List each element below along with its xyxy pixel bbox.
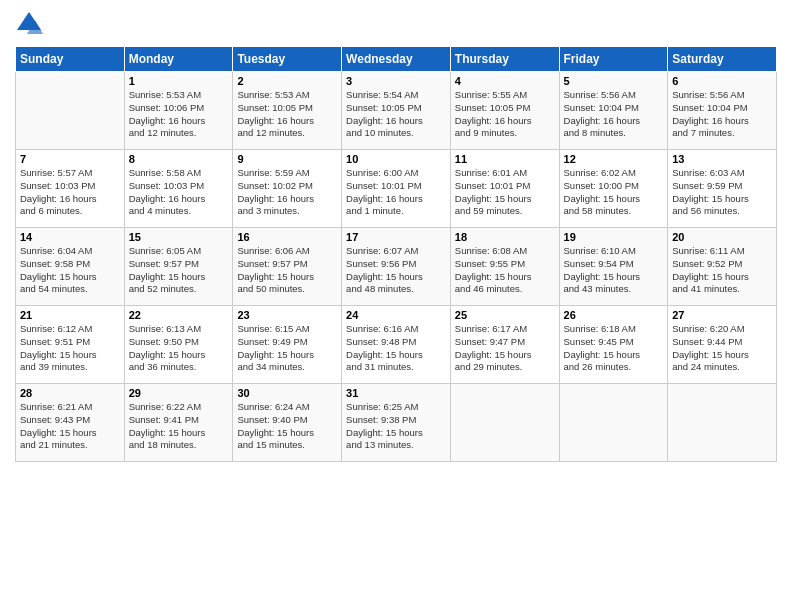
day-number: 23 [237, 309, 337, 321]
day-number: 9 [237, 153, 337, 165]
calendar-cell: 9Sunrise: 5:59 AM Sunset: 10:02 PM Dayli… [233, 150, 342, 228]
day-number: 24 [346, 309, 446, 321]
calendar-cell: 16Sunrise: 6:06 AM Sunset: 9:57 PM Dayli… [233, 228, 342, 306]
day-number: 20 [672, 231, 772, 243]
day-info: Sunrise: 6:02 AM Sunset: 10:00 PM Daylig… [564, 167, 664, 218]
calendar-header-row: SundayMondayTuesdayWednesdayThursdayFrid… [16, 47, 777, 72]
day-number: 25 [455, 309, 555, 321]
day-number: 18 [455, 231, 555, 243]
calendar-cell: 26Sunrise: 6:18 AM Sunset: 9:45 PM Dayli… [559, 306, 668, 384]
day-number: 21 [20, 309, 120, 321]
calendar-cell: 18Sunrise: 6:08 AM Sunset: 9:55 PM Dayli… [450, 228, 559, 306]
calendar-cell: 31Sunrise: 6:25 AM Sunset: 9:38 PM Dayli… [342, 384, 451, 462]
calendar-cell: 30Sunrise: 6:24 AM Sunset: 9:40 PM Dayli… [233, 384, 342, 462]
day-number: 3 [346, 75, 446, 87]
day-info: Sunrise: 6:18 AM Sunset: 9:45 PM Dayligh… [564, 323, 664, 374]
calendar-cell: 6Sunrise: 5:56 AM Sunset: 10:04 PM Dayli… [668, 72, 777, 150]
weekday-header: Thursday [450, 47, 559, 72]
weekday-header: Sunday [16, 47, 125, 72]
day-number: 14 [20, 231, 120, 243]
day-info: Sunrise: 5:56 AM Sunset: 10:04 PM Daylig… [564, 89, 664, 140]
day-number: 28 [20, 387, 120, 399]
calendar-cell: 8Sunrise: 5:58 AM Sunset: 10:03 PM Dayli… [124, 150, 233, 228]
day-info: Sunrise: 6:07 AM Sunset: 9:56 PM Dayligh… [346, 245, 446, 296]
calendar-cell: 5Sunrise: 5:56 AM Sunset: 10:04 PM Dayli… [559, 72, 668, 150]
calendar-cell: 4Sunrise: 5:55 AM Sunset: 10:05 PM Dayli… [450, 72, 559, 150]
day-number: 1 [129, 75, 229, 87]
day-number: 26 [564, 309, 664, 321]
logo [15, 10, 45, 38]
day-info: Sunrise: 6:05 AM Sunset: 9:57 PM Dayligh… [129, 245, 229, 296]
calendar-cell: 10Sunrise: 6:00 AM Sunset: 10:01 PM Dayl… [342, 150, 451, 228]
day-info: Sunrise: 6:01 AM Sunset: 10:01 PM Daylig… [455, 167, 555, 218]
calendar-cell [668, 384, 777, 462]
calendar-cell: 3Sunrise: 5:54 AM Sunset: 10:05 PM Dayli… [342, 72, 451, 150]
logo-icon [15, 10, 43, 38]
day-info: Sunrise: 6:08 AM Sunset: 9:55 PM Dayligh… [455, 245, 555, 296]
day-number: 4 [455, 75, 555, 87]
day-number: 12 [564, 153, 664, 165]
calendar-cell [16, 72, 125, 150]
day-info: Sunrise: 6:13 AM Sunset: 9:50 PM Dayligh… [129, 323, 229, 374]
weekday-header: Tuesday [233, 47, 342, 72]
day-info: Sunrise: 5:53 AM Sunset: 10:05 PM Daylig… [237, 89, 337, 140]
calendar-cell: 11Sunrise: 6:01 AM Sunset: 10:01 PM Dayl… [450, 150, 559, 228]
calendar-cell: 24Sunrise: 6:16 AM Sunset: 9:48 PM Dayli… [342, 306, 451, 384]
day-number: 7 [20, 153, 120, 165]
calendar-cell: 15Sunrise: 6:05 AM Sunset: 9:57 PM Dayli… [124, 228, 233, 306]
calendar-week-row: 7Sunrise: 5:57 AM Sunset: 10:03 PM Dayli… [16, 150, 777, 228]
day-info: Sunrise: 6:10 AM Sunset: 9:54 PM Dayligh… [564, 245, 664, 296]
calendar-table: SundayMondayTuesdayWednesdayThursdayFrid… [15, 46, 777, 462]
weekday-header: Wednesday [342, 47, 451, 72]
day-info: Sunrise: 6:24 AM Sunset: 9:40 PM Dayligh… [237, 401, 337, 452]
day-number: 27 [672, 309, 772, 321]
calendar-cell: 22Sunrise: 6:13 AM Sunset: 9:50 PM Dayli… [124, 306, 233, 384]
day-info: Sunrise: 6:20 AM Sunset: 9:44 PM Dayligh… [672, 323, 772, 374]
weekday-header: Monday [124, 47, 233, 72]
day-info: Sunrise: 5:58 AM Sunset: 10:03 PM Daylig… [129, 167, 229, 218]
day-info: Sunrise: 6:11 AM Sunset: 9:52 PM Dayligh… [672, 245, 772, 296]
day-info: Sunrise: 5:54 AM Sunset: 10:05 PM Daylig… [346, 89, 446, 140]
day-number: 16 [237, 231, 337, 243]
day-number: 19 [564, 231, 664, 243]
page-container: SundayMondayTuesdayWednesdayThursdayFrid… [0, 0, 792, 472]
day-info: Sunrise: 6:12 AM Sunset: 9:51 PM Dayligh… [20, 323, 120, 374]
calendar-week-row: 28Sunrise: 6:21 AM Sunset: 9:43 PM Dayli… [16, 384, 777, 462]
calendar-cell [450, 384, 559, 462]
day-info: Sunrise: 6:17 AM Sunset: 9:47 PM Dayligh… [455, 323, 555, 374]
day-number: 6 [672, 75, 772, 87]
day-number: 13 [672, 153, 772, 165]
day-number: 17 [346, 231, 446, 243]
day-number: 30 [237, 387, 337, 399]
day-info: Sunrise: 5:55 AM Sunset: 10:05 PM Daylig… [455, 89, 555, 140]
day-number: 5 [564, 75, 664, 87]
day-number: 29 [129, 387, 229, 399]
calendar-cell: 21Sunrise: 6:12 AM Sunset: 9:51 PM Dayli… [16, 306, 125, 384]
day-info: Sunrise: 5:53 AM Sunset: 10:06 PM Daylig… [129, 89, 229, 140]
weekday-header: Saturday [668, 47, 777, 72]
calendar-cell: 13Sunrise: 6:03 AM Sunset: 9:59 PM Dayli… [668, 150, 777, 228]
day-info: Sunrise: 6:03 AM Sunset: 9:59 PM Dayligh… [672, 167, 772, 218]
day-info: Sunrise: 6:15 AM Sunset: 9:49 PM Dayligh… [237, 323, 337, 374]
calendar-cell: 12Sunrise: 6:02 AM Sunset: 10:00 PM Dayl… [559, 150, 668, 228]
calendar-cell: 19Sunrise: 6:10 AM Sunset: 9:54 PM Dayli… [559, 228, 668, 306]
day-info: Sunrise: 5:59 AM Sunset: 10:02 PM Daylig… [237, 167, 337, 218]
calendar-cell: 17Sunrise: 6:07 AM Sunset: 9:56 PM Dayli… [342, 228, 451, 306]
day-number: 2 [237, 75, 337, 87]
calendar-week-row: 21Sunrise: 6:12 AM Sunset: 9:51 PM Dayli… [16, 306, 777, 384]
day-info: Sunrise: 6:25 AM Sunset: 9:38 PM Dayligh… [346, 401, 446, 452]
calendar-cell: 20Sunrise: 6:11 AM Sunset: 9:52 PM Dayli… [668, 228, 777, 306]
day-info: Sunrise: 6:04 AM Sunset: 9:58 PM Dayligh… [20, 245, 120, 296]
day-info: Sunrise: 6:22 AM Sunset: 9:41 PM Dayligh… [129, 401, 229, 452]
weekday-header: Friday [559, 47, 668, 72]
calendar-cell: 1Sunrise: 5:53 AM Sunset: 10:06 PM Dayli… [124, 72, 233, 150]
day-number: 11 [455, 153, 555, 165]
calendar-cell: 25Sunrise: 6:17 AM Sunset: 9:47 PM Dayli… [450, 306, 559, 384]
calendar-cell: 29Sunrise: 6:22 AM Sunset: 9:41 PM Dayli… [124, 384, 233, 462]
day-number: 8 [129, 153, 229, 165]
calendar-cell: 2Sunrise: 5:53 AM Sunset: 10:05 PM Dayli… [233, 72, 342, 150]
day-number: 31 [346, 387, 446, 399]
day-info: Sunrise: 6:16 AM Sunset: 9:48 PM Dayligh… [346, 323, 446, 374]
day-number: 10 [346, 153, 446, 165]
calendar-cell: 23Sunrise: 6:15 AM Sunset: 9:49 PM Dayli… [233, 306, 342, 384]
